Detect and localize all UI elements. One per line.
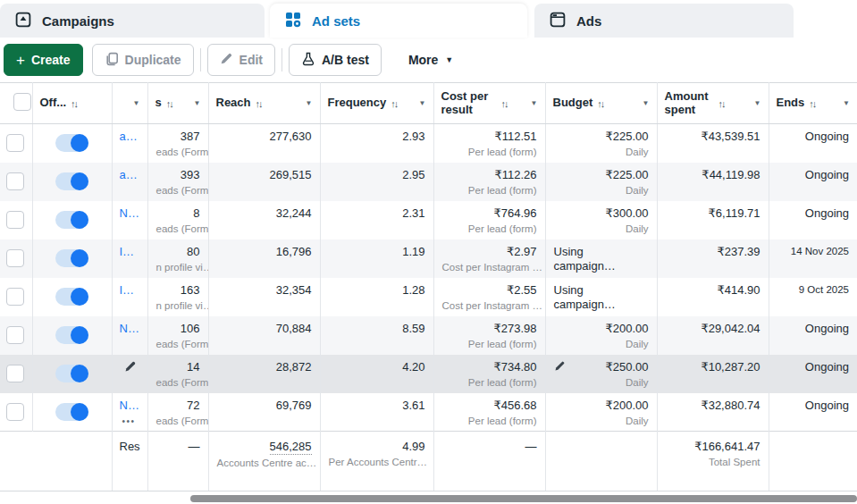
select-all-checkbox[interactable]	[13, 93, 31, 111]
frequency-value: 2.95	[329, 168, 425, 182]
ab-test-button[interactable]: A/B test	[289, 44, 382, 76]
row-checkbox[interactable]	[6, 249, 24, 267]
ends-value: Ongoing	[777, 168, 850, 182]
off-toggle[interactable]	[55, 365, 88, 382]
filter-caret-icon[interactable]: ▼	[419, 99, 426, 107]
off-toggle[interactable]	[55, 249, 88, 267]
frequency-value: 2.31	[329, 206, 425, 221]
row-checkbox[interactable]	[6, 134, 24, 152]
table-row[interactable]: 14eads (Form) 28,872 4.20 ₹734.80Per lea…	[0, 355, 857, 393]
sort-icon[interactable]: ↑↓	[391, 98, 397, 109]
header-ends[interactable]: Ends↑↓▼	[769, 83, 857, 124]
table-row[interactable]: I… 80n profile vi… 16,796 1.19 ₹2.97Cost…	[0, 239, 857, 278]
filter-caret-icon[interactable]: ▼	[531, 99, 538, 107]
adset-name-link[interactable]: I…	[120, 283, 135, 297]
row-checkbox[interactable]	[6, 172, 24, 190]
row-checkbox[interactable]	[6, 365, 24, 382]
filter-caret-icon[interactable]: ▼	[133, 99, 140, 107]
filter-caret-icon[interactable]: ▼	[754, 99, 761, 107]
off-toggle[interactable]	[55, 326, 88, 344]
off-toggle[interactable]	[55, 288, 88, 306]
edit-button[interactable]: Edit	[207, 44, 275, 76]
results-label: eads (Form)	[156, 377, 200, 388]
header-budget[interactable]: Budget↑↓▼	[545, 83, 657, 124]
duplicate-icon	[105, 52, 119, 69]
sort-icon[interactable]: ↑↓	[166, 98, 172, 109]
tab-ad-sets[interactable]: Ad sets	[270, 4, 527, 38]
frequency-value: 3.61	[329, 399, 425, 413]
table-row[interactable]: a… 387eads (Form) 277,630 2.93 ₹112.51Pe…	[0, 124, 857, 163]
horizontal-scrollbar[interactable]	[190, 495, 857, 502]
filter-caret-icon[interactable]: ▼	[194, 99, 201, 107]
adset-name-link[interactable]: a…	[120, 130, 138, 143]
sort-icon[interactable]: ↑↓	[809, 98, 815, 109]
row-checkbox[interactable]	[6, 211, 24, 229]
adset-name-link[interactable]: a…	[120, 168, 138, 181]
filter-caret-icon[interactable]: ▼	[843, 99, 850, 107]
row-checkbox[interactable]	[6, 288, 24, 306]
more-options-icon[interactable]: •••	[122, 416, 139, 426]
more-button[interactable]: More ▼	[399, 53, 462, 67]
tab-bar: Campaigns Ad sets Ads	[0, 0, 857, 38]
reach-value: 69,769	[217, 399, 312, 413]
cost-value: ₹2.97	[442, 245, 537, 259]
table-row[interactable]: a… 393eads (Form) 269,515 2.95 ₹112.26Pe…	[0, 163, 857, 201]
spent-value: ₹32,880.74	[666, 399, 760, 413]
spent-value: ₹44,119.98	[666, 168, 760, 182]
filter-caret-icon[interactable]: ▼	[306, 99, 313, 107]
header-frequency[interactable]: Frequency↑↓▼	[320, 83, 433, 124]
sort-icon[interactable]: ↑↓	[71, 98, 77, 109]
results-value: 106	[156, 322, 200, 336]
off-toggle[interactable]	[55, 172, 88, 190]
header-cost-per-result[interactable]: Cost per result↑↓▼	[433, 83, 545, 124]
edit-pencil-icon	[220, 52, 233, 68]
adset-name-link[interactable]: N…	[120, 399, 139, 412]
edit-button-label: Edit	[239, 53, 263, 67]
header-cost-per-result-label: Cost per result	[441, 90, 497, 117]
table-summary-row: Res — 546,285Accounts Centre ac… 4.99Per…	[0, 432, 857, 491]
row-checkbox[interactable]	[6, 326, 24, 344]
table-row[interactable]: N… 106eads (Form) 70,884 8.59 ₹273.98Per…	[0, 316, 857, 355]
summary-cost: —	[442, 440, 537, 454]
adset-name-link[interactable]: N…	[120, 206, 139, 220]
cost-label: Per lead (form)	[442, 377, 537, 388]
filter-caret-icon[interactable]: ▼	[643, 99, 650, 107]
budget-label: Daily	[554, 377, 649, 388]
ends-value: 9 Oct 2025	[777, 281, 850, 296]
summary-spent-label: Total Spent	[666, 457, 760, 467]
tab-ads-label: Ads	[576, 13, 601, 29]
summary-frequency: 4.99	[329, 440, 425, 454]
off-toggle[interactable]	[55, 134, 88, 152]
header-off-label: Off...	[40, 97, 67, 110]
header-amount-spent[interactable]: Amount spent↑↓▼	[657, 83, 769, 124]
table-row[interactable]: N… 8eads (Form) 32,244 2.31 ₹764.96Per l…	[0, 201, 857, 239]
toolbar-separator	[200, 48, 201, 71]
duplicate-button[interactable]: Duplicate	[92, 44, 194, 76]
header-ends-label: Ends	[777, 97, 805, 110]
header-reach[interactable]: Reach↑↓▼	[208, 83, 320, 124]
reach-value: 28,872	[217, 360, 312, 374]
create-button[interactable]: + Create	[4, 44, 83, 76]
header-reach-label: Reach	[216, 97, 251, 110]
sort-icon[interactable]: ↑↓	[597, 98, 603, 109]
tab-campaigns[interactable]: Campaigns	[0, 4, 265, 38]
off-toggle[interactable]	[55, 211, 88, 229]
cost-label: Per lead (form)	[442, 416, 537, 426]
edit-name-pencil-icon[interactable]	[124, 360, 137, 375]
edit-budget-pencil-icon[interactable]	[554, 360, 566, 374]
table-row[interactable]: N…••• 72eads (Form) 69,769 3.61 ₹456.68P…	[0, 393, 857, 432]
adset-name-link[interactable]: I…	[120, 245, 135, 258]
header-off[interactable]: Off...↑↓	[32, 83, 112, 124]
sort-icon[interactable]: ↑↓	[256, 98, 262, 109]
table-header-row: Off...↑↓ ▼ s↑↓▼ Reach↑↓▼ Frequency↑↓▼ Co…	[0, 83, 857, 124]
results-value: 163	[156, 283, 200, 298]
off-toggle[interactable]	[55, 403, 88, 421]
header-name[interactable]: ▼	[112, 83, 147, 124]
tab-ads[interactable]: Ads	[534, 4, 794, 38]
adset-name-link[interactable]: N…	[120, 322, 139, 335]
table-row[interactable]: I… 163n profile vi… 32,354 1.28 ₹2.55Cos…	[0, 278, 857, 316]
sort-icon[interactable]: ↑↓	[501, 98, 508, 109]
row-checkbox[interactable]	[6, 403, 24, 421]
sort-icon[interactable]: ↑↓	[718, 98, 725, 109]
header-results[interactable]: s↑↓▼	[147, 83, 208, 124]
